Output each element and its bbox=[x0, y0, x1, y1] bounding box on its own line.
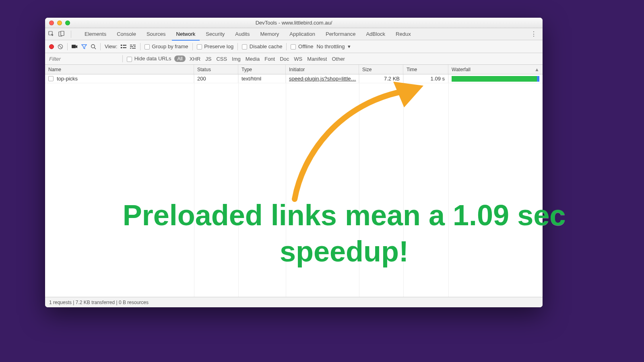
disable-cache-toggle[interactable]: Disable cache bbox=[242, 43, 282, 49]
view-large-icon[interactable] bbox=[121, 43, 127, 49]
sort-indicator-icon: ▲ bbox=[535, 67, 539, 72]
col-status[interactable]: Status bbox=[194, 65, 238, 74]
titlebar: DevTools - www.littlebird.com.au/ bbox=[45, 18, 543, 28]
preserve-log-toggle[interactable]: Preserve log bbox=[197, 43, 234, 49]
svg-rect-2 bbox=[61, 31, 64, 36]
filter-bar: Hide data URLs All XHR JS CSS Img Media … bbox=[45, 53, 543, 65]
view-label: View: bbox=[105, 43, 118, 49]
col-name[interactable]: Name bbox=[45, 65, 194, 74]
filter-type-media[interactable]: Media bbox=[246, 56, 260, 62]
inspect-element-icon[interactable] bbox=[48, 31, 54, 37]
cell-initiator: speed-plugin.js?shop=little… bbox=[286, 74, 359, 83]
filter-type-doc[interactable]: Doc bbox=[280, 56, 289, 62]
table-header: Name Status Type Initiator Size Time Wat… bbox=[45, 65, 543, 74]
tab-security[interactable]: Security bbox=[200, 28, 230, 40]
filter-type-font[interactable]: Font bbox=[264, 56, 275, 62]
tab-application[interactable]: Application bbox=[284, 28, 320, 40]
checkbox-icon[interactable] bbox=[291, 44, 296, 49]
window-controls bbox=[49, 21, 70, 25]
tab-redux[interactable]: Redux bbox=[390, 28, 416, 40]
search-icon[interactable] bbox=[90, 43, 96, 49]
tab-network[interactable]: Network bbox=[171, 28, 201, 40]
camera-icon[interactable] bbox=[72, 43, 78, 49]
svg-rect-7 bbox=[123, 45, 126, 45]
tab-memory[interactable]: Memory bbox=[255, 28, 284, 40]
col-waterfall[interactable]: Waterfall▲ bbox=[448, 65, 543, 74]
filter-type-js[interactable]: JS bbox=[205, 56, 211, 62]
cell-name: top-picks bbox=[45, 74, 194, 83]
svg-rect-8 bbox=[121, 47, 122, 48]
cell-size: 7.2 KB bbox=[359, 74, 403, 83]
offline-toggle[interactable]: Offline bbox=[291, 43, 313, 49]
status-bar: 1 requests | 7.2 KB transferred | 0 B re… bbox=[45, 297, 543, 307]
throttling-select[interactable]: No throttling ▾ bbox=[316, 43, 350, 49]
svg-rect-6 bbox=[121, 45, 122, 46]
filter-type-img[interactable]: Img bbox=[232, 56, 241, 62]
filter-type-ws[interactable]: WS bbox=[294, 56, 302, 62]
filter-type-other[interactable]: Other bbox=[332, 56, 345, 62]
zoom-window-icon[interactable] bbox=[65, 21, 70, 25]
tab-console[interactable]: Console bbox=[111, 28, 141, 40]
tab-sources[interactable]: Sources bbox=[141, 28, 171, 40]
close-window-icon[interactable] bbox=[49, 21, 54, 25]
tab-performance[interactable]: Performance bbox=[320, 28, 361, 40]
svg-rect-4 bbox=[72, 45, 76, 48]
initiator-link[interactable]: speed-plugin.js?shop=little… bbox=[289, 76, 356, 82]
checkbox-icon[interactable] bbox=[144, 44, 150, 49]
minimize-window-icon[interactable] bbox=[57, 21, 62, 25]
col-size[interactable]: Size bbox=[359, 65, 403, 74]
svg-point-5 bbox=[91, 44, 95, 48]
tab-adblock[interactable]: AdBlock bbox=[361, 28, 390, 40]
col-initiator[interactable]: Initiator bbox=[286, 65, 359, 74]
cell-waterfall bbox=[448, 74, 543, 83]
checkbox-icon[interactable] bbox=[127, 57, 132, 62]
panel-tabs: Elements Console Sources Network Securit… bbox=[45, 28, 543, 40]
file-icon bbox=[48, 76, 54, 81]
checkbox-icon[interactable] bbox=[197, 44, 202, 49]
annotation-text: Preloaded links mean a 1.09 sec speedup! bbox=[93, 197, 596, 269]
window-title: DevTools - www.littlebird.com.au/ bbox=[45, 20, 543, 26]
table-row[interactable]: top-picks 200 text/html speed-plugin.js?… bbox=[45, 74, 543, 83]
cell-time: 1.09 s bbox=[403, 74, 448, 83]
record-button[interactable] bbox=[49, 44, 54, 49]
cell-status: 200 bbox=[194, 74, 238, 83]
filter-input[interactable] bbox=[45, 53, 122, 64]
col-time[interactable]: Time bbox=[403, 65, 448, 74]
filter-type-css[interactable]: CSS bbox=[216, 56, 227, 62]
waterfall-bar bbox=[452, 76, 539, 82]
hide-data-urls-toggle[interactable]: Hide data URLs bbox=[127, 56, 171, 62]
view-small-icon[interactable] bbox=[130, 43, 136, 49]
tab-audits[interactable]: Audits bbox=[230, 28, 255, 40]
filter-type-all[interactable]: All bbox=[174, 56, 185, 62]
device-toolbar-icon[interactable] bbox=[58, 31, 64, 37]
clear-icon[interactable] bbox=[57, 43, 63, 49]
svg-rect-9 bbox=[123, 47, 126, 48]
col-type[interactable]: Type bbox=[238, 65, 286, 74]
tab-elements[interactable]: Elements bbox=[79, 28, 111, 40]
checkbox-icon[interactable] bbox=[242, 44, 247, 49]
group-by-frame-toggle[interactable]: Group by frame bbox=[144, 43, 188, 49]
filter-type-xhr[interactable]: XHR bbox=[190, 56, 200, 62]
network-toolbar: View: Group by frame Preserve log Disabl… bbox=[45, 40, 543, 53]
cell-type: text/html bbox=[238, 74, 286, 83]
more-menu-icon[interactable]: ⋮ bbox=[528, 30, 539, 38]
filter-type-manifest[interactable]: Manifest bbox=[307, 56, 327, 62]
filter-icon[interactable] bbox=[81, 43, 87, 49]
